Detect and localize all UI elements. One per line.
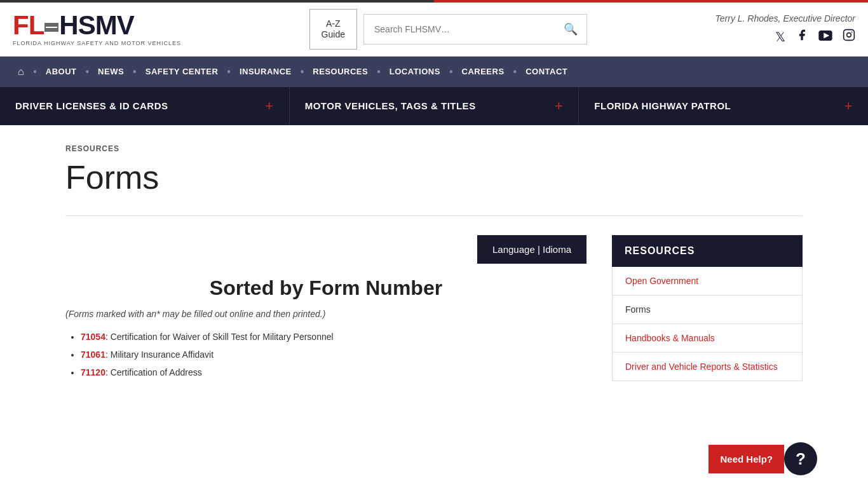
nav-sep-8: • bbox=[512, 66, 519, 78]
nav-sep-5: • bbox=[299, 66, 306, 78]
nav-sep-7: • bbox=[448, 66, 454, 78]
svg-point-4 bbox=[851, 32, 853, 33]
home-icon: ⌂ bbox=[18, 66, 24, 78]
sidebar-item-forms[interactable]: Forms bbox=[613, 295, 802, 324]
svg-point-3 bbox=[847, 33, 851, 37]
language-bar: Language | Idioma bbox=[65, 235, 587, 264]
sidebar-item-open-government[interactable]: Open Government bbox=[613, 267, 802, 295]
main-layout: Language | Idioma Sorted by Form Number … bbox=[65, 235, 803, 385]
content-divider bbox=[65, 215, 803, 216]
page-content: RESOURCES Forms Language | Idioma Sorted… bbox=[53, 125, 815, 404]
sorted-heading: Sorted by Form Number bbox=[65, 276, 587, 300]
form-71054-desc: : Certification for Waiver of Skill Test… bbox=[105, 332, 334, 342]
sidebar-forms-label: Forms bbox=[625, 304, 651, 315]
form-71120-desc: : Certification of Address bbox=[105, 367, 202, 377]
instagram-icon[interactable] bbox=[843, 29, 855, 44]
form-71061-desc: : Military Insurance Affidavit bbox=[105, 349, 214, 360]
facebook-icon[interactable] bbox=[796, 29, 808, 44]
nav-careers[interactable]: CAREERS bbox=[454, 57, 512, 87]
main-column: Language | Idioma Sorted by Form Number … bbox=[65, 235, 587, 385]
az-line2: Guide bbox=[322, 29, 345, 39]
sub-nav: DRIVER LICENSES & ID CARDS + MOTOR VEHIC… bbox=[0, 87, 868, 125]
header: FLHSMV FLORIDA HIGHWAY SAFETY AND MOTOR … bbox=[0, 3, 868, 57]
page-title: Forms bbox=[65, 158, 803, 196]
nav-sep-4: • bbox=[226, 66, 232, 78]
sub-nav-hp-plus: + bbox=[844, 98, 853, 114]
sidebar-menu: Open Government Forms Handbooks & Manual… bbox=[612, 267, 803, 381]
sub-nav-motor-vehicles[interactable]: MOTOR VEHICLES, TAGS & TITLES + bbox=[290, 87, 580, 125]
logo-road-icon bbox=[44, 10, 59, 40]
nav-contact[interactable]: CONTACT bbox=[518, 57, 575, 87]
youtube-icon[interactable] bbox=[818, 29, 832, 44]
list-item: 71120: Certification of Address bbox=[81, 367, 587, 377]
main-nav: ⌂ • ABOUT • NEWS • SAFETY CENTER • INSUR… bbox=[0, 57, 868, 87]
logo-text: FLHSMV bbox=[13, 12, 181, 39]
svg-rect-2 bbox=[844, 30, 855, 41]
nav-resources[interactable]: RESOURCES bbox=[305, 57, 376, 87]
nav-insurance[interactable]: INSURANCE bbox=[232, 57, 299, 87]
sidebar-handbooks-label: Handbooks & Manuals bbox=[625, 333, 715, 343]
nav-safety-center[interactable]: SAFETY CENTER bbox=[138, 57, 226, 87]
logo-subtext: FLORIDA HIGHWAY SAFETY AND MOTOR VEHICLE… bbox=[13, 40, 181, 46]
sidebar: RESOURCES Open Government Forms Handbook… bbox=[612, 235, 803, 381]
breadcrumb: RESOURCES bbox=[65, 144, 803, 153]
logo: FLHSMV FLORIDA HIGHWAY SAFETY AND MOTOR … bbox=[13, 12, 181, 46]
sidebar-resources-header: RESOURCES bbox=[612, 235, 803, 267]
social-icons: 𝕏 bbox=[775, 29, 855, 44]
nav-sep-1: • bbox=[32, 66, 38, 78]
sidebar-reports-label: Driver and Vehicle Reports & Statistics bbox=[625, 362, 778, 372]
form-71061-link[interactable]: 71061 bbox=[81, 349, 105, 360]
nav-news[interactable]: NEWS bbox=[90, 57, 132, 87]
nav-about[interactable]: ABOUT bbox=[38, 57, 85, 87]
search-input[interactable] bbox=[364, 17, 555, 42]
header-right: Terry L. Rhodes, Executive Director 𝕏 bbox=[715, 13, 855, 44]
nav-sep-6: • bbox=[376, 66, 382, 78]
form-71120-link[interactable]: 71120 bbox=[81, 367, 105, 377]
forms-note: (Forms marked with an* may be filled out… bbox=[65, 309, 587, 319]
sub-nav-dl-plus: + bbox=[265, 98, 273, 114]
logo-hsmv: HSMV bbox=[59, 10, 133, 40]
az-line1: A-Z bbox=[326, 18, 341, 29]
nav-locations[interactable]: LOCATIONS bbox=[382, 57, 448, 87]
list-item: 71054: Certification for Waiver of Skill… bbox=[81, 332, 587, 342]
nav-sep-3: • bbox=[132, 66, 138, 78]
logo-area[interactable]: FLHSMV FLORIDA HIGHWAY SAFETY AND MOTOR … bbox=[13, 12, 181, 46]
forms-list: 71054: Certification for Waiver of Skill… bbox=[65, 332, 587, 377]
nav-home[interactable]: ⌂ bbox=[10, 57, 32, 87]
sub-nav-hp-label: FLORIDA HIGHWAY PATROL bbox=[594, 100, 731, 111]
logo-fl: FL bbox=[13, 10, 44, 40]
sub-nav-mv-plus: + bbox=[555, 98, 563, 114]
header-center: A-Z Guide 🔍 bbox=[309, 9, 587, 50]
nav-sep-2: • bbox=[85, 66, 91, 78]
twitter-icon[interactable]: 𝕏 bbox=[775, 29, 785, 44]
sub-nav-highway-patrol[interactable]: FLORIDA HIGHWAY PATROL + bbox=[579, 87, 868, 125]
search-wrapper: 🔍 bbox=[363, 14, 587, 44]
list-item: 71061: Military Insurance Affidavit bbox=[81, 349, 587, 360]
sub-nav-driver-licenses[interactable]: DRIVER LICENSES & ID CARDS + bbox=[0, 87, 290, 125]
az-guide-button[interactable]: A-Z Guide bbox=[309, 9, 357, 50]
search-icon: 🔍 bbox=[564, 23, 578, 36]
language-button[interactable]: Language | Idioma bbox=[477, 235, 587, 264]
sidebar-open-government-label: Open Government bbox=[625, 276, 698, 286]
search-button[interactable]: 🔍 bbox=[555, 15, 587, 44]
sidebar-item-reports[interactable]: Driver and Vehicle Reports & Statistics bbox=[613, 353, 802, 381]
form-71054-link[interactable]: 71054 bbox=[81, 332, 105, 342]
exec-title: Terry L. Rhodes, Executive Director bbox=[715, 13, 855, 24]
sub-nav-dl-label: DRIVER LICENSES & ID CARDS bbox=[15, 100, 168, 111]
sub-nav-mv-label: MOTOR VEHICLES, TAGS & TITLES bbox=[305, 100, 476, 111]
sidebar-item-handbooks[interactable]: Handbooks & Manuals bbox=[613, 324, 802, 353]
